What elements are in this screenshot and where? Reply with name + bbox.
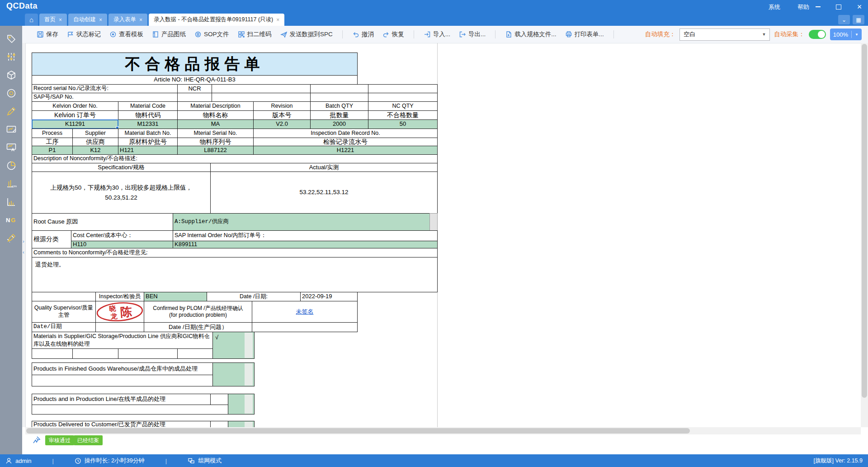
maximize-button[interactable] bbox=[834, 2, 844, 12]
tab-auto-create[interactable]: 自动创建 × bbox=[68, 14, 107, 26]
cell-batch-qty[interactable]: 2000 bbox=[310, 119, 368, 129]
load-spec-file-button[interactable]: 载入规格文件... bbox=[505, 30, 556, 38]
spec-text-cell[interactable]: 上规格为50，下规格为30，出现较多超规格上限值，50.23,51.22 bbox=[32, 172, 211, 214]
cell-revision[interactable]: V2.0 bbox=[253, 119, 311, 129]
cell-process[interactable]: P1 bbox=[32, 146, 73, 155]
tab-shouye[interactable]: 首页 × bbox=[39, 14, 67, 26]
scan-qr-button[interactable]: 扫二维码 bbox=[238, 30, 272, 38]
minimize-button[interactable] bbox=[813, 2, 823, 12]
sap-order-value-cell[interactable]: K899111 bbox=[173, 241, 438, 248]
empty-cell bbox=[32, 405, 228, 415]
materials-dropdown-strip[interactable] bbox=[245, 333, 253, 358]
sliders-icon[interactable] bbox=[5, 51, 17, 63]
cell-material-batch[interactable]: H121 bbox=[118, 146, 178, 155]
view-template-button[interactable]: 查看模板 bbox=[109, 30, 143, 38]
panel-expand-arrow[interactable]: › bbox=[23, 239, 24, 243]
menu-help[interactable]: 帮助 bbox=[797, 3, 809, 11]
close-icon: × bbox=[857, 2, 862, 12]
unsigned-link[interactable]: 未签名 bbox=[296, 308, 314, 315]
empty-cell[interactable] bbox=[212, 93, 311, 102]
root-cause-dropdown-strip[interactable] bbox=[429, 213, 438, 231]
root-cause-value-cell[interactable]: A:Supplier/供应商 bbox=[173, 213, 430, 231]
empty-cell[interactable] bbox=[310, 84, 368, 93]
cpk-chart-icon[interactable]: CPK bbox=[5, 178, 17, 190]
tab-grid-button[interactable]: ▦ bbox=[853, 15, 864, 24]
comments-text-cell[interactable]: 退货处理。 bbox=[32, 257, 438, 292]
undo-button[interactable]: 撤消 bbox=[352, 30, 374, 38]
finished-goods-dropdown-strip[interactable] bbox=[245, 363, 253, 386]
cell-kelvion-order[interactable]: K11291 bbox=[32, 119, 118, 129]
pie-chart-icon[interactable] bbox=[5, 160, 17, 172]
panel-collapse-arrow[interactable]: ‹ bbox=[23, 250, 24, 254]
save-button[interactable]: 保存 bbox=[37, 30, 58, 38]
pencil-icon[interactable] bbox=[5, 105, 17, 117]
header-nc-qty-cn: 不合格数量 bbox=[368, 110, 438, 120]
tab-close-icon[interactable]: × bbox=[276, 17, 279, 23]
header-nc-qty-en: NC QTY bbox=[368, 101, 438, 111]
tab-close-icon[interactable]: × bbox=[99, 17, 102, 23]
ng-icon[interactable]: NG bbox=[5, 214, 17, 226]
actual-text-cell[interactable]: 53.22,52.11,53.12 bbox=[210, 172, 438, 214]
vertical-scrollbar-thumb[interactable] bbox=[862, 44, 867, 398]
empty-cell[interactable] bbox=[368, 93, 438, 102]
status-mark-button[interactable]: 状态标记 bbox=[67, 30, 101, 38]
close-button[interactable]: × bbox=[854, 2, 864, 12]
chart-gesture-icon[interactable] bbox=[5, 142, 17, 153]
product-drawing-button[interactable]: 产品图纸 bbox=[152, 30, 186, 38]
cost-center-value-cell[interactable]: H110 bbox=[71, 241, 173, 248]
print-form-button[interactable]: 打印表单... bbox=[565, 30, 604, 38]
zoom-control[interactable]: 100% ▼ bbox=[830, 29, 862, 40]
autocollect-toggle[interactable] bbox=[809, 30, 826, 39]
cell-nc-qty[interactable]: 50 bbox=[368, 119, 438, 129]
redo-button[interactable]: 恢复 bbox=[382, 30, 404, 38]
cell-material-serial[interactable]: L887122 bbox=[177, 146, 254, 155]
empty-cell[interactable] bbox=[310, 93, 368, 102]
pin-icon[interactable] bbox=[32, 436, 41, 445]
export-button[interactable]: 导出... bbox=[459, 30, 486, 38]
inspector-date-value[interactable]: 2022-09-19 bbox=[300, 292, 358, 301]
cube-icon[interactable] bbox=[5, 69, 17, 81]
delivered-customer-dropdown-strip[interactable] bbox=[245, 422, 253, 427]
grid-icon: ▦ bbox=[856, 17, 861, 23]
header-batch-qty-en: Batch QTY bbox=[310, 101, 368, 111]
tab-close-icon[interactable]: × bbox=[139, 17, 142, 23]
chart-edit-icon[interactable] bbox=[5, 124, 17, 135]
horizontal-scrollbar[interactable] bbox=[25, 427, 861, 434]
plom-sign-cell[interactable]: 未签名 bbox=[252, 301, 358, 323]
empty-cell[interactable] bbox=[368, 84, 438, 93]
record-serial-label: Record serial No./记录流水号: bbox=[32, 84, 178, 93]
horizontal-scrollbar-thumb[interactable] bbox=[26, 428, 690, 434]
tab-entry-form[interactable]: 录入表单 × bbox=[108, 14, 147, 26]
tab-label: 自动创建 bbox=[73, 16, 96, 24]
header-inspection-record-cn: 检验记录流水号 bbox=[253, 138, 438, 146]
cell-material-code[interactable]: M12331 bbox=[118, 119, 178, 129]
empty-cell bbox=[210, 394, 228, 405]
cell-material-desc[interactable]: MA bbox=[177, 119, 254, 129]
tag-icon[interactable] bbox=[5, 33, 17, 45]
ncr-value-cell[interactable] bbox=[212, 84, 311, 93]
tab-list-button[interactable]: ⌄ bbox=[838, 15, 850, 24]
send-to-spc-button[interactable]: 发送数据到SPC bbox=[280, 30, 333, 38]
empty-cell bbox=[32, 375, 213, 386]
tab-bar: ⌂ 首页 × 自动创建 × 录入表单 × 录入数据 - 不合格品处置报告单091… bbox=[0, 14, 868, 26]
header-material-batch-cn: 原材料炉批号 bbox=[118, 138, 178, 146]
autofill-value: 空白 bbox=[684, 30, 695, 38]
rocket-pen-icon[interactable] bbox=[5, 232, 17, 244]
inspector-value-cell[interactable]: BEN bbox=[144, 292, 207, 301]
menu-system[interactable]: 系统 bbox=[769, 3, 780, 11]
tab-home[interactable]: ⌂ bbox=[25, 14, 38, 26]
sap-value-cell[interactable] bbox=[177, 93, 212, 102]
tab-active-data-entry[interactable]: 录入数据 - 不合格品处置报告单09191117 (只读) × bbox=[149, 14, 284, 26]
empty-cell bbox=[177, 348, 213, 359]
import-button[interactable]: 导入... bbox=[424, 30, 450, 38]
histogram-icon[interactable] bbox=[5, 196, 17, 208]
tab-close-icon[interactable]: × bbox=[59, 17, 62, 23]
target-icon[interactable] bbox=[5, 87, 17, 99]
vertical-scrollbar[interactable] bbox=[861, 43, 868, 427]
app-logo: QCData bbox=[6, 1, 38, 11]
sop-file-button[interactable]: SOP文件 bbox=[194, 30, 229, 38]
cell-supplier[interactable]: K12 bbox=[72, 146, 118, 155]
autofill-dropdown[interactable]: 空白 ▼ bbox=[679, 29, 770, 41]
cell-inspection-record[interactable]: H1221 bbox=[253, 146, 438, 155]
production-line-dropdown-strip[interactable] bbox=[245, 395, 253, 414]
